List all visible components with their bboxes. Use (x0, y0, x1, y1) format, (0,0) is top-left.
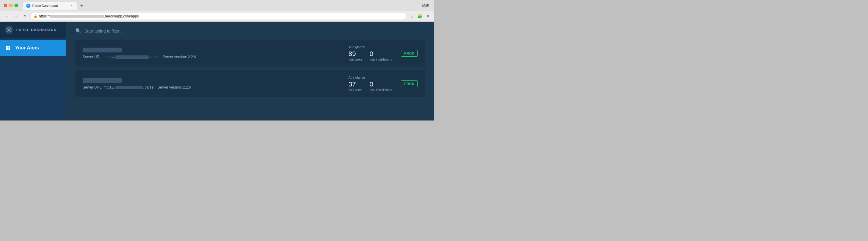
svg-rect-3 (8, 46, 10, 47)
browser-toolbar: ← → ↻ 🔒 https://.herokuapp.com/apps ☆ 🧩 … (0, 11, 434, 22)
server-url-redacted (116, 86, 143, 89)
address-suffix: .herokuapp.com/apps (104, 14, 138, 19)
bookmark-icon[interactable]: ☆ (409, 13, 415, 20)
app-card-left: Server URL: https:// parse Server versio… (83, 47, 348, 59)
sidebar-item-label: Your Apps (15, 45, 39, 50)
svg-rect-2 (6, 46, 8, 47)
app-card-right: At a glance 37 total users 0 total insta… (348, 76, 418, 92)
total-users-stat: 89 total users (348, 50, 362, 61)
total-users-stat: 37 total users (348, 81, 362, 92)
total-users-number: 37 (348, 81, 362, 88)
server-version-label: Server version: (162, 55, 187, 59)
app-name-redacted (83, 78, 122, 83)
address-redacted (50, 15, 104, 18)
fullscreen-button[interactable] (14, 4, 18, 7)
app-meta: Server URL: https:// /parse Server versi… (83, 85, 348, 90)
server-url-suffix: /parse (144, 85, 153, 90)
browser-chrome: P Parse Dashboard × + Matt ← → ↻ 🔒 https… (0, 0, 434, 22)
sidebar: PARSE DASHBOARD Your Apps (0, 22, 66, 120)
server-url-prefix: Server URL: https:// (83, 55, 114, 59)
tab-title: Parse Dashboard (32, 4, 68, 7)
app-meta: Server URL: https:// parse Server versio… (83, 55, 348, 59)
extensions-icon[interactable]: 🧩 (416, 13, 423, 20)
close-button[interactable] (4, 4, 7, 7)
total-users-number: 89 (348, 50, 362, 57)
sidebar-header: PARSE DASHBOARD (0, 22, 66, 38)
server-url-redacted (116, 56, 149, 59)
search-icon: 🔍 (75, 28, 82, 34)
active-tab[interactable]: P Parse Dashboard × (23, 1, 77, 10)
toolbar-icons: ☆ 🧩 ≡ (409, 13, 431, 20)
menu-icon[interactable]: ≡ (424, 13, 431, 20)
total-installations-label: total installations (370, 88, 392, 92)
minimize-button[interactable] (9, 4, 13, 7)
app-card-left: Server URL: https:// /parse Server versi… (83, 78, 348, 90)
forward-button[interactable]: → (12, 13, 19, 20)
sidebar-nav: Your Apps (0, 38, 66, 58)
sidebar-logo-text: PARSE DASHBOARD (16, 28, 57, 32)
server-version: 2.2.6 (183, 85, 191, 90)
filter-bar: 🔍 (75, 28, 425, 34)
svg-rect-5 (8, 48, 10, 50)
app-container: PARSE DASHBOARD Your Apps 🔍 (0, 22, 434, 120)
reload-button[interactable]: ↻ (21, 13, 28, 20)
at-a-glance-label: At a glance (348, 45, 392, 49)
titlebar: P Parse Dashboard × + Matt (0, 0, 434, 11)
server-version-label: Server version: (158, 85, 182, 90)
main-content: 🔍 Server URL: https:// parse Server vers… (66, 22, 434, 120)
svg-rect-4 (6, 48, 8, 50)
address-bar[interactable]: 🔒 https://.herokuapp.com/apps (30, 13, 407, 20)
tab-favicon: P (26, 4, 30, 8)
user-label: Matt (422, 3, 430, 7)
total-installations-number: 0 (370, 81, 392, 88)
total-installations-stat: 0 total installations (370, 50, 392, 61)
back-button[interactable]: ← (3, 13, 10, 20)
total-users-label: total users (348, 88, 362, 92)
https-lock-icon: 🔒 (33, 14, 38, 18)
address-text: https://.herokuapp.com/apps (39, 14, 404, 19)
at-a-glance: At a glance 37 total users 0 total insta… (348, 76, 392, 92)
server-url-prefix: Server URL: https:// (83, 85, 114, 90)
app-card-right: At a glance 89 total users 0 total insta… (348, 45, 418, 61)
app-name (83, 47, 348, 53)
total-installations-number: 0 (370, 50, 392, 57)
tab-close-button[interactable]: × (70, 4, 74, 8)
app-card[interactable]: Server URL: https:// parse Server versio… (75, 40, 425, 67)
at-a-glance: At a glance 89 total users 0 total insta… (348, 45, 392, 61)
total-installations-label: total installations (370, 58, 392, 61)
at-a-glance-stats: 37 total users 0 total installations (348, 81, 392, 92)
new-tab-button[interactable]: + (78, 2, 86, 10)
tab-bar: P Parse Dashboard × + (23, 1, 86, 10)
prod-badge: PROD (401, 50, 418, 57)
parse-logo-icon (5, 26, 13, 34)
address-prefix: https:// (39, 14, 50, 19)
at-a-glance-stats: 89 total users 0 total installations (348, 50, 392, 61)
filter-input[interactable] (84, 29, 175, 33)
app-card[interactable]: Server URL: https:// /parse Server versi… (75, 70, 425, 97)
app-name (83, 78, 348, 83)
server-url-suffix: parse (150, 55, 158, 59)
total-installations-stat: 0 total installations (370, 81, 392, 92)
apps-grid-icon (5, 44, 11, 51)
server-version: 2.2.6 (188, 55, 196, 59)
svg-point-1 (8, 29, 10, 31)
total-users-label: total users (348, 58, 362, 61)
sidebar-item-your-apps[interactable]: Your Apps (0, 40, 66, 56)
prod-badge: PROD (401, 80, 418, 87)
at-a-glance-label: At a glance (348, 76, 392, 79)
traffic-lights (4, 4, 18, 7)
app-name-redacted (83, 47, 122, 53)
